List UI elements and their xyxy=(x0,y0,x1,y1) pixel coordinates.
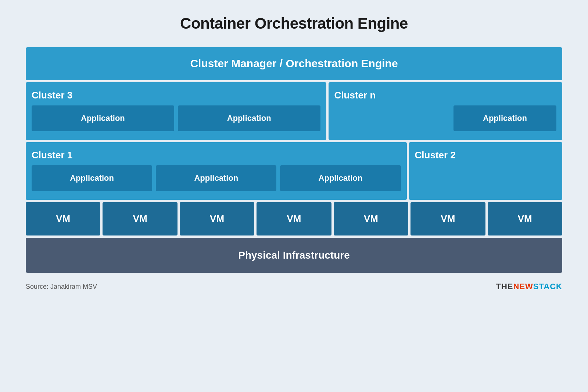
vm-box-3: VM xyxy=(180,202,254,235)
cluster1-box: Cluster 1 Application Application Applic… xyxy=(26,142,407,200)
vm-label-1: VM xyxy=(56,213,70,224)
cluster2-label: Cluster 2 xyxy=(415,150,556,161)
vm-box-2: VM xyxy=(103,202,177,235)
vm-box-5: VM xyxy=(334,202,408,235)
cluster1-app2-label: Application xyxy=(194,173,238,183)
vm-label-2: VM xyxy=(133,213,147,224)
physical-infrastructure-row: Physical Infrastructure xyxy=(26,238,562,273)
physical-infrastructure-label: Physical Infrastructure xyxy=(238,249,349,261)
cluster-manager-label: Cluster Manager / Orchestration Engine xyxy=(190,57,398,70)
cluster1-app1: Application xyxy=(32,165,152,191)
cluster3-app1: Application xyxy=(32,105,174,131)
footer: Source: Janakiram MSV THENEWSTACK xyxy=(26,282,562,291)
cluster1-app2: Application xyxy=(156,165,276,191)
clusters-row-top: Cluster 3 Application Application Cluste… xyxy=(26,82,562,140)
diagram: Cluster Manager / Orchestration Engine C… xyxy=(26,47,562,273)
vm-box-7: VM xyxy=(488,202,562,235)
clustern-app1-label: Application xyxy=(483,114,527,123)
vm-box-1: VM xyxy=(26,202,100,235)
brand-new: NEW xyxy=(513,282,533,291)
cluster3-app2-label: Application xyxy=(227,114,271,123)
cluster3-box: Cluster 3 Application Application xyxy=(26,82,326,140)
cluster1-app3: Application xyxy=(280,165,401,191)
footer-brand: THENEWSTACK xyxy=(496,282,562,291)
cluster1-app3-label: Application xyxy=(319,173,363,183)
footer-source: Source: Janakiram MSV xyxy=(26,283,97,291)
vm-row: VM VM VM VM VM VM VM xyxy=(26,202,562,235)
brand-the: THE xyxy=(496,282,513,291)
cluster1-label: Cluster 1 xyxy=(32,150,401,161)
cluster3-label: Cluster 3 xyxy=(32,90,320,101)
cluster1-apps-row: Application Application Application xyxy=(32,165,401,191)
page-title: Container Orchestration Engine xyxy=(180,15,408,32)
clustern-box: Cluster n Application xyxy=(329,82,562,140)
vm-box-4: VM xyxy=(257,202,331,235)
vm-label-3: VM xyxy=(210,213,224,224)
cluster3-apps-row: Application Application xyxy=(32,105,320,131)
vm-label-5: VM xyxy=(364,213,378,224)
vm-label-6: VM xyxy=(441,213,455,224)
clusters-row-bottom: Cluster 1 Application Application Applic… xyxy=(26,142,562,200)
vm-box-6: VM xyxy=(410,202,485,235)
brand-stack: STACK xyxy=(533,282,562,291)
vm-label-7: VM xyxy=(518,213,532,224)
cluster3-app1-label: Application xyxy=(81,114,125,123)
vm-label-4: VM xyxy=(287,213,301,224)
clustern-apps-row: Application xyxy=(334,105,556,131)
cluster2-box: Cluster 2 xyxy=(409,142,562,200)
cluster1-app1-label: Application xyxy=(70,173,114,183)
clustern-app1: Application xyxy=(453,105,556,131)
cluster3-app2: Application xyxy=(178,105,320,131)
clustern-label: Cluster n xyxy=(334,90,556,101)
cluster-manager-row: Cluster Manager / Orchestration Engine xyxy=(26,47,562,80)
